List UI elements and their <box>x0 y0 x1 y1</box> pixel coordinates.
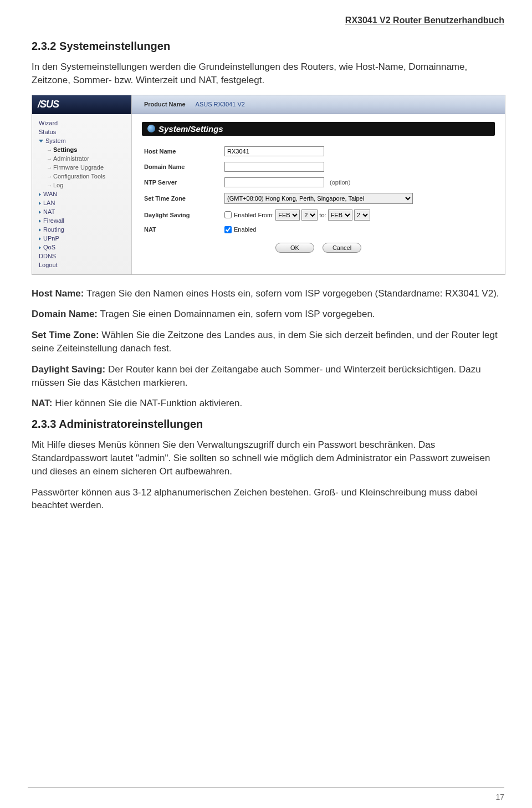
chevron-right-icon <box>39 246 41 249</box>
chevron-right-icon <box>39 237 41 241</box>
ds-to-month-select[interactable]: FEB <box>328 209 352 221</box>
domain-name-input[interactable] <box>224 162 324 172</box>
para-2-3-2-intro: In den Systemeinstellungen werden die Gr… <box>32 60 504 87</box>
nat-label: NAT <box>144 226 224 233</box>
router-admin-screenshot: /SUS Wizard Status System →Settings →Adm… <box>32 95 505 275</box>
ntp-server-label: NTP Server <box>144 179 224 186</box>
ntp-option-note: (option) <box>330 179 350 186</box>
product-name-label: Product Name <box>144 101 186 108</box>
asus-logo: /SUS <box>32 95 131 114</box>
nav-routing[interactable]: Routing <box>39 225 128 234</box>
arrow-icon: → <box>47 156 52 162</box>
host-name-input[interactable] <box>224 146 324 156</box>
nav-upnp-label: UPnP <box>43 235 59 242</box>
time-zone-label: Set Time Zone <box>144 195 224 202</box>
settings-form: Host Name Domain Name NTP Server (option… <box>132 144 505 253</box>
nav-wan[interactable]: WAN <box>39 190 128 198</box>
nav-settings[interactable]: →Settings <box>39 145 128 154</box>
chevron-right-icon <box>39 202 41 205</box>
nav-admin-label: Administrator <box>53 155 89 162</box>
daylight-saving-checkbox[interactable] <box>224 211 232 218</box>
nat-text: Hier können Sie die NAT-Funktion aktivie… <box>52 398 242 408</box>
host-name-bold: Host Name: <box>32 288 84 299</box>
heading-2-3-2: 2.3.2 Systemeinstellungen <box>32 40 504 53</box>
nav-logout[interactable]: Logout <box>39 260 128 269</box>
page-number: 17 <box>495 792 504 801</box>
main-panel: Product Name ASUS RX3041 V2 System/Setti… <box>132 95 505 274</box>
arrow-icon: → <box>47 147 52 153</box>
ds-to-day-select[interactable]: 2 <box>354 209 370 221</box>
chevron-right-icon <box>39 228 41 232</box>
nav-log[interactable]: →Log <box>39 181 128 190</box>
panel-heading: System/Settings <box>142 122 495 136</box>
para-2-3-3-b: Passwörter können aus 3-12 alphanumerisc… <box>32 486 504 513</box>
nat-enabled-text: Enabled <box>234 226 256 233</box>
arrow-icon: → <box>47 173 52 180</box>
daylight-enabled-text: Enabled From: <box>234 212 274 218</box>
nav-firewall[interactable]: Firewall <box>39 216 128 225</box>
para-domain-name: Domain Name: Tragen Sie einen Domainname… <box>32 308 504 321</box>
nav-settings-label: Settings <box>53 146 77 153</box>
nat-bold: NAT: <box>32 398 52 408</box>
nav-administrator[interactable]: →Administrator <box>39 154 128 163</box>
nav-firewall-label: Firewall <box>43 217 64 224</box>
product-name-value: ASUS RX3041 V2 <box>196 101 245 108</box>
ok-button[interactable]: OK <box>275 243 314 253</box>
ntp-server-input[interactable] <box>224 177 324 187</box>
host-name-text: Tragen Sie den Namen eines Hosts ein, so… <box>84 288 499 299</box>
chevron-down-icon <box>39 140 43 142</box>
chevron-right-icon <box>39 211 41 214</box>
arrow-icon: → <box>47 182 52 188</box>
nav-upnp[interactable]: UPnP <box>39 234 128 243</box>
nav-system[interactable]: System <box>39 136 128 145</box>
nav-configuration-tools[interactable]: →Configuration Tools <box>39 172 128 181</box>
time-zone-select[interactable]: (GMT+08:00) Hong Kong, Perth, Singapore,… <box>224 193 413 204</box>
arrow-icon: → <box>47 165 52 171</box>
nav-routing-label: Routing <box>43 226 64 233</box>
nav-fw-label: Firmware Upgrade <box>53 164 104 171</box>
nav-ddns[interactable]: DDNS <box>39 252 128 260</box>
time-zone-bold: Set Time Zone: <box>32 330 99 340</box>
nav-system-label: System <box>45 137 66 144</box>
host-name-label: Host Name <box>144 148 224 155</box>
doc-header: RX3041 V2 Router Benutzerhandbuch <box>32 16 504 25</box>
nav-qos[interactable]: QoS <box>39 243 128 252</box>
domain-name-text: Tragen Sie einen Domainnamen ein, sofern… <box>98 309 375 319</box>
chevron-right-icon <box>39 193 41 196</box>
ds-to-label: to: <box>319 212 326 218</box>
nav-wan-label: WAN <box>43 191 57 197</box>
nav-lan-label: LAN <box>43 200 55 206</box>
footer-divider <box>28 787 504 788</box>
ds-from-day-select[interactable]: 2 <box>301 209 318 221</box>
nav-cfg-label: Configuration Tools <box>53 173 105 180</box>
nat-checkbox[interactable] <box>224 226 232 233</box>
nav-log-label: Log <box>53 182 63 188</box>
domain-name-label: Domain Name <box>144 163 224 170</box>
daylight-saving-label: Daylight Saving <box>144 212 224 218</box>
heading-2-3-3: 2.3.3 Administratoreinstellungen <box>32 418 504 431</box>
nav-lan[interactable]: LAN <box>39 198 128 207</box>
ds-from-month-select[interactable]: FEB <box>275 209 300 221</box>
para-host-name: Host Name: Tragen Sie den Namen eines Ho… <box>32 287 504 300</box>
para-2-3-3-a: Mit Hilfe dieses Menüs können Sie den Ve… <box>32 438 504 478</box>
panel-title: System/Settings <box>158 124 223 134</box>
nav-wizard[interactable]: Wizard <box>39 119 128 127</box>
nav-status[interactable]: Status <box>39 127 128 136</box>
time-zone-text: Wählen Sie die Zeitzone des Landes aus, … <box>32 330 498 354</box>
chevron-right-icon <box>39 219 41 223</box>
para-nat: NAT: Hier können Sie die NAT-Funktion ak… <box>32 397 504 410</box>
cancel-button[interactable]: Cancel <box>323 243 361 253</box>
sidebar-nav: Wizard Status System →Settings →Administ… <box>32 114 131 273</box>
nav-qos-label: QoS <box>43 244 55 250</box>
sidebar: /SUS Wizard Status System →Settings →Adm… <box>32 95 132 274</box>
daylight-saving-bold: Daylight Saving: <box>32 364 105 375</box>
nav-nat[interactable]: NAT <box>39 207 128 216</box>
nav-firmware-upgrade[interactable]: →Firmware Upgrade <box>39 163 128 172</box>
top-bar: Product Name ASUS RX3041 V2 <box>132 95 505 114</box>
globe-icon <box>147 125 155 132</box>
para-daylight-saving: Daylight Saving: Der Router kann bei der… <box>32 363 504 390</box>
para-time-zone: Set Time Zone: Wählen Sie die Zeitzone d… <box>32 329 504 355</box>
nav-nat-label: NAT <box>43 208 55 215</box>
domain-name-bold: Domain Name: <box>32 309 98 319</box>
